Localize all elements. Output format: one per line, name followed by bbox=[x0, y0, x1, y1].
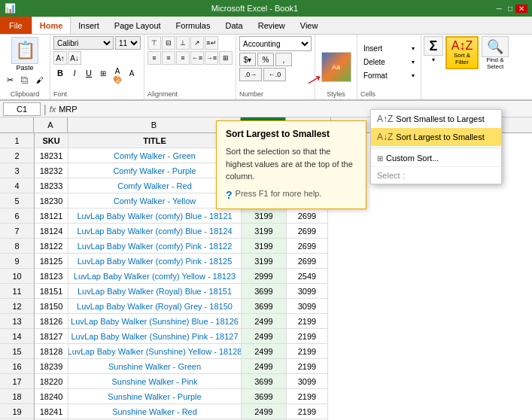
col-header-a[interactable]: A bbox=[34, 117, 68, 132]
list-item[interactable]: 18231 bbox=[35, 148, 68, 163]
increase-font-btn[interactable]: A↑ bbox=[53, 51, 67, 65]
comma-btn[interactable]: , bbox=[275, 53, 292, 66]
maximize-btn[interactable]: □ bbox=[505, 5, 515, 13]
list-item[interactable]: LuvLap Baby Walker (Sunshine) Blue - 181… bbox=[68, 314, 242, 329]
copy-button[interactable]: ⿻ bbox=[18, 73, 32, 87]
col-header-b[interactable]: B bbox=[68, 117, 241, 132]
row-header[interactable]: 19 bbox=[0, 404, 34, 419]
header-cell[interactable]: SKU bbox=[35, 133, 68, 148]
list-item[interactable]: 2699 bbox=[287, 224, 328, 239]
align-left-btn[interactable]: ≡ bbox=[147, 51, 161, 65]
cut-button[interactable]: ✂ bbox=[3, 73, 17, 87]
sort-smallest-item[interactable]: A↑Z Sort Smallest to Largest bbox=[371, 110, 501, 128]
list-item[interactable]: 18232 bbox=[35, 163, 68, 178]
italic-button[interactable]: I bbox=[68, 66, 81, 80]
list-item[interactable]: 18220 bbox=[35, 374, 68, 389]
row-header[interactable]: 2 bbox=[0, 148, 34, 163]
list-item[interactable]: Sunshine Walker - Purple bbox=[68, 389, 242, 404]
row-header[interactable]: 17 bbox=[0, 374, 34, 389]
tab-page-layout[interactable]: Page Layout bbox=[107, 17, 169, 34]
tab-file[interactable]: File bbox=[0, 17, 32, 34]
list-item[interactable]: LuvLap Baby Walker (comfy) Pink - 18122 bbox=[68, 239, 242, 254]
tab-formulas[interactable]: Formulas bbox=[169, 17, 218, 34]
row-header[interactable]: 15 bbox=[0, 344, 34, 359]
indent-increase-btn[interactable]: →≡ bbox=[205, 51, 218, 65]
row-header[interactable]: 12 bbox=[0, 299, 34, 314]
list-item[interactable]: 18240 bbox=[35, 389, 68, 404]
list-item[interactable]: 18124 bbox=[35, 224, 68, 239]
list-item[interactable]: LuvLap Baby Walker (Sunshine) Pink - 181… bbox=[68, 329, 242, 344]
tab-insert[interactable]: Insert bbox=[71, 17, 107, 34]
list-item[interactable]: 3099 bbox=[287, 374, 328, 389]
list-item[interactable]: 2199 bbox=[287, 404, 328, 419]
increase-decimal-btn[interactable]: .0→ bbox=[239, 68, 262, 81]
row-header[interactable]: 10 bbox=[0, 269, 34, 284]
list-item[interactable]: 3699 bbox=[242, 389, 287, 404]
font-size-select[interactable]: 11 bbox=[115, 36, 141, 50]
fill-color-btn[interactable]: A🎨 bbox=[111, 66, 124, 80]
tab-data[interactable]: Data bbox=[217, 17, 250, 34]
list-item[interactable]: 18122 bbox=[35, 239, 68, 254]
list-item[interactable]: 2199 bbox=[287, 314, 328, 329]
row-header[interactable]: 18 bbox=[0, 389, 34, 404]
list-item[interactable]: 2199 bbox=[287, 359, 328, 374]
format-button[interactable]: Format▾ bbox=[360, 69, 418, 82]
list-item[interactable]: LuvLap Baby Walker (Royal) Blue - 18151 bbox=[68, 284, 242, 299]
dollar-btn[interactable]: $▾ bbox=[239, 53, 256, 66]
list-item[interactable]: LuvLap Baby Walker (comfy) Yellow - 1812… bbox=[68, 269, 242, 284]
list-item[interactable]: 18121 bbox=[35, 208, 68, 224]
insert-button[interactable]: Insert▾ bbox=[360, 42, 418, 55]
list-item[interactable]: LuvLap Baby Walker (Sunshine) Yellow - 1… bbox=[68, 344, 242, 359]
list-item[interactable]: 3699 bbox=[242, 299, 287, 314]
list-item[interactable]: 2199 bbox=[287, 329, 328, 344]
tab-home[interactable]: Home bbox=[32, 17, 71, 34]
sort-filter-button[interactable]: A↕Z Sort &Filter bbox=[445, 36, 479, 69]
list-item[interactable]: 2699 bbox=[287, 208, 328, 224]
list-item[interactable]: Sunshine Walker - Green bbox=[68, 359, 242, 374]
sort-largest-item[interactable]: A↓Z Sort Largest to Smallest bbox=[371, 128, 501, 146]
list-item[interactable]: 18128 bbox=[35, 344, 68, 359]
list-item[interactable]: 2499 bbox=[242, 359, 287, 374]
wrap-text-btn[interactable]: ≡↵ bbox=[205, 36, 218, 50]
row-header[interactable]: 3 bbox=[0, 163, 34, 178]
align-middle-btn[interactable]: ⊟ bbox=[162, 36, 175, 50]
align-right-btn[interactable]: ≡ bbox=[176, 51, 190, 65]
border-button[interactable]: ⊞ bbox=[96, 66, 110, 80]
number-format-select[interactable]: Accounting bbox=[239, 36, 312, 51]
list-item[interactable]: 3099 bbox=[287, 284, 328, 299]
list-item[interactable]: LuvLap Baby Walker (comfy) Blue - 18121 bbox=[68, 208, 242, 224]
list-item[interactable]: 18125 bbox=[35, 254, 68, 269]
indent-decrease-btn[interactable]: ←≡ bbox=[190, 51, 204, 65]
row-header[interactable]: 13 bbox=[0, 314, 34, 329]
list-item[interactable]: LuvLap Baby Walker (Royal) Grey - 18150 bbox=[68, 299, 242, 314]
orientation-btn[interactable]: ↗ bbox=[190, 36, 204, 50]
list-item[interactable]: 18126 bbox=[35, 314, 68, 329]
row-header[interactable]: 4 bbox=[0, 178, 34, 193]
row-header[interactable]: 16 bbox=[0, 359, 34, 374]
decrease-decimal-btn[interactable]: ←.0 bbox=[263, 68, 286, 81]
autosum-button[interactable]: Σ ▾ bbox=[423, 36, 444, 63]
list-item[interactable]: 3199 bbox=[242, 239, 287, 254]
row-header[interactable]: 9 bbox=[0, 254, 34, 269]
list-item[interactable]: 18127 bbox=[35, 329, 68, 344]
list-item[interactable]: LuvLap Baby Walker (comfy) Blue - 18124 bbox=[68, 224, 242, 239]
cell-reference-box[interactable] bbox=[3, 102, 41, 116]
list-item[interactable]: 2499 bbox=[242, 314, 287, 329]
list-item[interactable]: 2699 bbox=[287, 239, 328, 254]
list-item[interactable]: 18241 bbox=[35, 404, 68, 419]
delete-button[interactable]: Delete▾ bbox=[360, 56, 418, 68]
list-item[interactable]: 2499 bbox=[242, 344, 287, 359]
list-item[interactable]: 2999 bbox=[242, 269, 287, 284]
list-item[interactable]: 18230 bbox=[35, 193, 68, 208]
list-item[interactable]: 3699 bbox=[242, 284, 287, 299]
list-item[interactable]: 18239 bbox=[35, 359, 68, 374]
row-header-1[interactable]: 1 bbox=[0, 133, 34, 148]
list-item[interactable]: 18123 bbox=[35, 269, 68, 284]
list-item[interactable]: Sunshine Walker - Pink bbox=[68, 374, 242, 389]
minimize-btn[interactable]: ─ bbox=[494, 5, 505, 13]
list-item[interactable]: 18233 bbox=[35, 178, 68, 193]
list-item[interactable]: 2199 bbox=[287, 344, 328, 359]
row-header[interactable]: 7 bbox=[0, 224, 34, 239]
row-header[interactable]: 8 bbox=[0, 239, 34, 254]
list-item[interactable]: 2499 bbox=[242, 404, 287, 419]
